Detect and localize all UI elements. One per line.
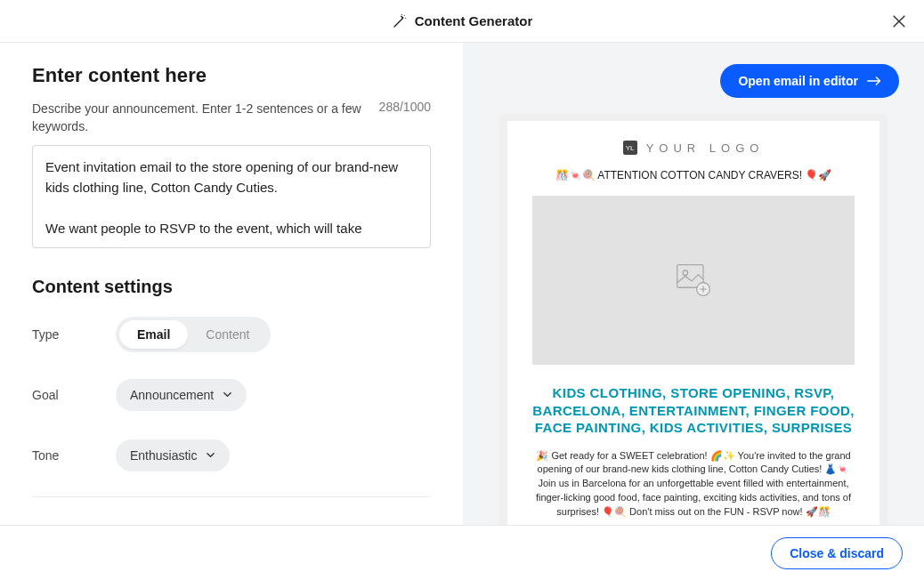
tone-label: Tone bbox=[32, 448, 116, 463]
tone-select[interactable]: Enthusiastic bbox=[116, 439, 230, 471]
instructions-text: Describe your announcement. Enter 1-2 se… bbox=[32, 100, 361, 136]
arrow-right-icon bbox=[867, 76, 881, 86]
preview-logo: YL YOUR LOGO bbox=[532, 141, 855, 155]
modal-body: Enter content here Describe your announc… bbox=[0, 43, 924, 525]
modal-header: Content Generator bbox=[0, 0, 924, 43]
preview-body-text: 🎉 Get ready for a SWEET celebration! 🌈✨ … bbox=[532, 449, 855, 520]
chevron-down-icon bbox=[206, 450, 215, 460]
logo-badge-icon: YL bbox=[623, 141, 637, 155]
type-label: Type bbox=[32, 327, 116, 342]
open-editor-label: Open email in editor bbox=[738, 74, 858, 88]
modal-footer: Close & discard bbox=[0, 525, 924, 580]
page-title: Enter content here bbox=[32, 64, 431, 87]
goal-value: Announcement bbox=[130, 388, 214, 402]
setting-row-type: Type Email Content bbox=[32, 315, 431, 354]
settings-heading: Content settings bbox=[32, 277, 431, 297]
type-option-content[interactable]: Content bbox=[188, 320, 267, 349]
svg-point-4 bbox=[683, 270, 688, 276]
left-panel: Enter content here Describe your announc… bbox=[0, 43, 463, 525]
setting-row-goal: Goal Announcement bbox=[32, 375, 431, 415]
preview-subheading: KIDS CLOTHING, STORE OPENING, RSVP, BARC… bbox=[532, 384, 855, 437]
logo-text: YOUR LOGO bbox=[646, 141, 765, 155]
preview-headline: 🎊🍬🍭 ATTENTION COTTON CANDY CRAVERS! 🎈🚀 bbox=[532, 169, 855, 181]
type-segmented-control: Email Content bbox=[116, 317, 271, 352]
svg-point-1 bbox=[405, 17, 406, 18]
preview-image-placeholder bbox=[532, 196, 855, 365]
goal-label: Goal bbox=[32, 388, 116, 402]
divider bbox=[32, 496, 431, 497]
type-option-email[interactable]: Email bbox=[119, 320, 188, 349]
prompt-input[interactable] bbox=[32, 145, 431, 248]
modal-title-wrap: Content Generator bbox=[392, 13, 533, 29]
chevron-down-icon bbox=[223, 390, 232, 399]
preview-panel: Open email in editor YL YOUR LOGO 🎊🍬🍭 AT… bbox=[463, 43, 924, 525]
close-icon[interactable] bbox=[890, 12, 908, 30]
tone-value: Enthusiastic bbox=[130, 448, 197, 463]
svg-point-0 bbox=[403, 14, 404, 15]
setting-row-tone: Tone Enthusiastic bbox=[32, 436, 431, 475]
image-placeholder-icon bbox=[674, 262, 713, 298]
svg-point-2 bbox=[401, 13, 401, 14]
instructions-row: Describe your announcement. Enter 1-2 se… bbox=[32, 100, 431, 136]
close-discard-button[interactable]: Close & discard bbox=[771, 537, 903, 569]
character-count: 288/1000 bbox=[379, 100, 431, 114]
open-email-editor-button[interactable]: Open email in editor bbox=[720, 64, 899, 98]
modal-title: Content Generator bbox=[415, 13, 533, 28]
email-preview-frame: YL YOUR LOGO 🎊🍬🍭 ATTENTION COTTON CANDY … bbox=[500, 114, 887, 525]
goal-select[interactable]: Announcement bbox=[116, 379, 247, 411]
magic-wand-icon bbox=[392, 13, 408, 29]
email-preview-inner: YL YOUR LOGO 🎊🍬🍭 ATTENTION COTTON CANDY … bbox=[507, 121, 879, 525]
